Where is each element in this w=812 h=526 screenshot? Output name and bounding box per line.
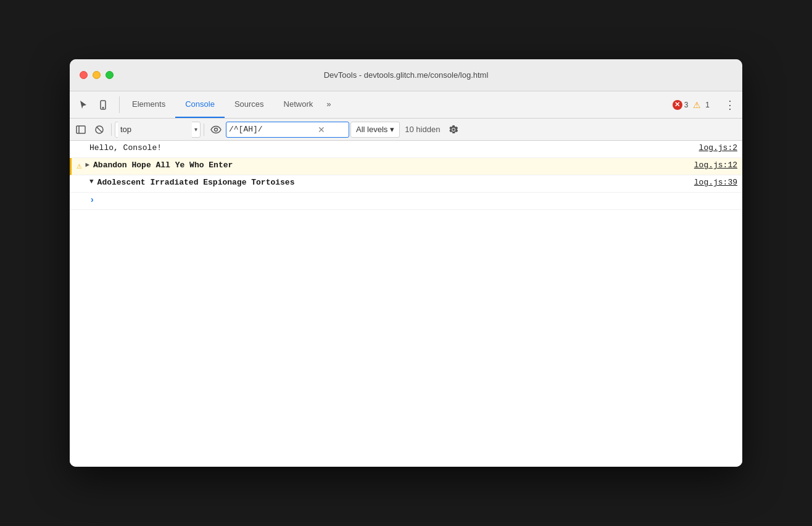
toolbar-icons [75, 91, 112, 118]
svg-point-1 [102, 107, 103, 107]
tab-sources[interactable]: Sources [225, 91, 274, 118]
traffic-lights [80, 71, 114, 79]
console-row-3-link[interactable]: log.js:39 [684, 178, 737, 187]
settings-icon[interactable] [445, 121, 462, 138]
console-row-1-content: Hello, Console! [89, 143, 689, 152]
console-row-1-link[interactable]: log.js:2 [689, 143, 737, 152]
kebab-menu-icon[interactable]: ⋮ [723, 98, 737, 112]
row-3-expand-icon[interactable]: ▼ [89, 178, 94, 185]
select-arrow-icon: ▾ [194, 126, 197, 133]
console-row-1: Hello, Console! log.js:2 [70, 141, 742, 158]
warning-icon: ⚠ [77, 161, 81, 171]
console-toolbar: top ▾ ✕ All levels ▾ 10 hidden [70, 119, 742, 141]
svg-line-5 [97, 127, 102, 132]
console-prompt-row[interactable]: › [70, 193, 742, 210]
eye-icon[interactable] [207, 121, 225, 138]
close-button[interactable] [80, 71, 88, 79]
error-icon: ✕ [673, 100, 682, 110]
row-2-expand-icon[interactable]: ▶ [85, 161, 89, 169]
frame-select-wrapper[interactable]: top ▾ [115, 122, 201, 138]
tab-elements[interactable]: Elements [122, 91, 175, 118]
warning-badge[interactable]: ⚠ [692, 100, 702, 110]
error-badge[interactable]: ✕ 3 [673, 100, 689, 110]
tab-bar-right: ✕ 3 ⚠ 1 ⋮ [673, 91, 737, 118]
tab-more[interactable]: » [323, 91, 334, 118]
log-levels-button[interactable]: All levels ▾ [350, 122, 400, 138]
tab-console[interactable]: Console [175, 91, 225, 118]
devtools-window: DevTools - devtools.glitch.me/console/lo… [70, 59, 742, 467]
sidebar-toggle-button[interactable] [72, 121, 89, 138]
frame-select[interactable]: top [118, 122, 192, 138]
console-row-2-link[interactable]: log.js:12 [684, 161, 737, 170]
tab-network[interactable]: Network [274, 91, 323, 118]
console-row-2-content: Abandon Hope All Ye Who Enter [93, 161, 684, 170]
window-title: DevTools - devtools.glitch.me/console/lo… [324, 70, 489, 80]
filter-input-wrapper[interactable]: ✕ [226, 122, 349, 138]
toolbar-divider-1 [111, 123, 112, 136]
minimize-button[interactable] [93, 71, 101, 79]
console-output: Hello, Console! log.js:2 ⚠ ▶ Abandon Hop… [70, 141, 742, 467]
prompt-icon: › [89, 195, 94, 205]
cursor-icon[interactable] [75, 96, 92, 114]
svg-point-6 [215, 128, 218, 131]
console-row-3: ▼ Adolescent Irradiated Espionage Tortoi… [70, 175, 742, 193]
warning-count: 1 [705, 101, 710, 109]
console-row-2: ⚠ ▶ Abandon Hope All Ye Who Enter log.js… [70, 158, 742, 175]
filter-input[interactable] [229, 125, 315, 134]
filter-clear-button[interactable]: ✕ [318, 125, 325, 135]
tab-bar: Elements Console Sources Network » ✕ 3 ⚠… [70, 91, 742, 119]
console-prompt-input[interactable] [97, 195, 737, 204]
title-bar: DevTools - devtools.glitch.me/console/lo… [70, 59, 742, 91]
toolbar-divider-2 [204, 123, 204, 136]
warning-triangle-icon: ⚠ [693, 100, 701, 110]
clear-console-button[interactable] [91, 121, 108, 138]
error-count: 3 [684, 101, 689, 109]
svg-rect-2 [77, 126, 85, 133]
mobile-icon[interactable] [94, 96, 112, 114]
tab-divider-1 [119, 96, 120, 113]
levels-chevron-icon: ▾ [390, 125, 394, 134]
console-row-3-content: Adolescent Irradiated Espionage Tortoise… [97, 178, 684, 187]
hidden-count: 10 hidden [401, 125, 444, 134]
maximize-button[interactable] [106, 71, 114, 79]
